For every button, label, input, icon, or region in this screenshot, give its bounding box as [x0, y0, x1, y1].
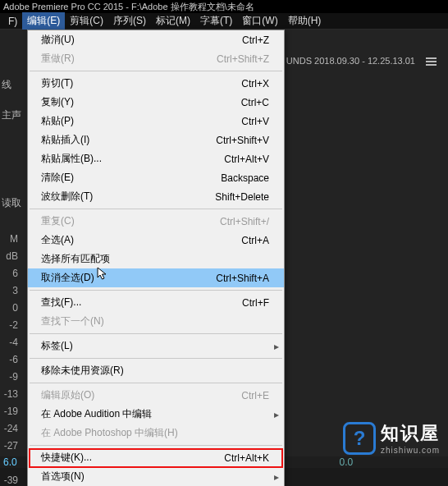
menu-item-redo: 重做(R)Ctrl+Shift+Z	[28, 49, 284, 68]
menu-item-label: 标签(L)	[41, 339, 269, 353]
menu-item-label: 首选项(N)	[41, 470, 269, 484]
logo-subtext: zhishiwu.com	[381, 446, 440, 455]
menu-item-clear[interactable]: 清除(E)Backspace	[28, 168, 284, 187]
logo-text: 知识屋	[381, 421, 440, 446]
menu-item-shortcut: Ctrl+Shift+Z	[195, 53, 269, 65]
menu-item-paste[interactable]: 粘贴(P)Ctrl+V	[28, 112, 284, 131]
menu-item-select-all[interactable]: 全选(A)Ctrl+A	[28, 231, 284, 250]
menu-item-label: 波纹删除(T)	[41, 190, 195, 204]
menu-item-label: 选择所有匹配项	[41, 252, 269, 266]
menu-window[interactable]: 窗口(W)	[237, 12, 282, 30]
menu-item-paste-insert[interactable]: 粘贴插入(I)Ctrl+Shift+V	[28, 131, 284, 149]
menu-item-label: 重做(R)	[41, 52, 195, 66]
menu-item-label: 编辑原始(O)	[41, 388, 195, 402]
menu-item-shortcut: Ctrl+Shift+A	[195, 273, 269, 284]
menu-item-label: 取消全选(D)	[41, 271, 195, 285]
db-scale: MdB6 30-2 -4-6-9 -13-19-24 -27-33-39 --	[3, 234, 18, 486]
menu-item-paste-attributes[interactable]: 粘贴属性(B)...Ctrl+Alt+V	[28, 149, 284, 168]
menu-edit[interactable]: 编辑(E)	[22, 12, 65, 30]
menu-item-label: 快捷键(K)...	[41, 451, 195, 465]
menu-item-shortcut: Ctrl+Alt+K	[195, 452, 269, 464]
logo-mark-icon: ?	[343, 422, 376, 455]
menu-item-edit-in-photoshop: 在 Adobe Photoshop 中编辑(H)	[28, 424, 284, 442]
menu-marker[interactable]: 标记(M)	[151, 12, 195, 30]
menu-clip[interactable]: 剪辑(C)	[65, 12, 108, 30]
panel-menu-icon[interactable]	[426, 57, 437, 66]
menu-item-shortcut: Ctrl+C	[195, 97, 269, 108]
window-title: Adobe Premiere Pro CC 2015 - F:\Adobe 操作…	[0, 0, 448, 13]
panel-title: UNDS 2018.09.30 - 12.25.13.01	[286, 56, 415, 66]
menu-item-shortcut: Ctrl+Alt+V	[195, 154, 269, 165]
left-side-labels: 线 主声 读取	[2, 78, 21, 210]
menu-item-shortcut: Ctrl+V	[195, 116, 269, 127]
label-line: 线	[2, 78, 21, 92]
menu-item-keyboard-shortcuts[interactable]: 快捷键(K)...Ctrl+Alt+K	[28, 448, 284, 467]
menu-item-label: 粘贴插入(I)	[41, 133, 195, 147]
menu-item-label: 在 Adobe Photoshop 中编辑(H)	[41, 426, 269, 440]
menu-item-label[interactable]: 标签(L)▸	[28, 337, 284, 355]
menu-item-select-matching[interactable]: 选择所有匹配项	[28, 250, 284, 268]
menu-item-shortcut: Ctrl+A	[195, 235, 269, 246]
submenu-arrow-icon: ▸	[274, 471, 279, 483]
menu-item-shortcut: Backspace	[195, 172, 269, 184]
menu-item-shortcut: Shift+Delete	[195, 191, 269, 203]
menu-item-label: 复制(Y)	[41, 95, 195, 109]
menu-item-copy[interactable]: 复制(Y)Ctrl+C	[28, 93, 284, 112]
menu-item-label: 剪切(T)	[41, 76, 195, 90]
menu-item-edit-original: 编辑原始(O)Ctrl+E	[28, 386, 284, 405]
menu-item-remove-unused[interactable]: 移除未使用资源(R)	[28, 361, 284, 380]
submenu-arrow-icon: ▸	[274, 409, 279, 420]
menu-file[interactable]: F)	[3, 14, 22, 29]
menu-item-shortcut: Ctrl+Shift+/	[195, 216, 269, 227]
edit-menu-dropdown: 撤消(U)Ctrl+Z重做(R)Ctrl+Shift+Z剪切(T)Ctrl+X复…	[27, 30, 285, 486]
menu-item-duplicate: 重复(C)Ctrl+Shift+/	[28, 212, 284, 231]
menu-item-label: 移除未使用资源(R)	[41, 364, 269, 378]
watermark-logo: ? 知识屋 zhishiwu.com	[343, 421, 440, 455]
menu-item-find-next: 查找下一个(N)	[28, 312, 284, 331]
menu-item-shortcut: Ctrl+Shift+V	[195, 135, 269, 146]
ruler-tick: 0.0	[336, 456, 449, 468]
menu-help[interactable]: 帮助(H)	[283, 12, 327, 30]
menu-item-shortcut: Ctrl+F	[195, 297, 269, 309]
menu-subtitle[interactable]: 字幕(T)	[195, 12, 237, 30]
menu-item-label: 撤消(U)	[41, 33, 195, 47]
label-main: 主声	[2, 108, 21, 122]
menu-item-cut[interactable]: 剪切(T)Ctrl+X	[28, 74, 284, 93]
menu-item-ripple-delete[interactable]: 波纹删除(T)Shift+Delete	[28, 187, 284, 206]
menu-item-shortcut: Ctrl+Z	[195, 34, 269, 46]
menu-bar: F) 编辑(E) 剪辑(C) 序列(S) 标记(M) 字幕(T) 窗口(W) 帮…	[0, 13, 448, 30]
menu-item-edit-in-audition[interactable]: 在 Adobe Audition 中编辑▸	[28, 405, 284, 424]
menu-item-label: 在 Adobe Audition 中编辑	[41, 407, 269, 421]
submenu-arrow-icon: ▸	[274, 341, 279, 352]
menu-item-shortcut: Ctrl+X	[195, 78, 269, 89]
menu-item-label: 粘贴属性(B)...	[41, 152, 195, 166]
menu-item-label: 清除(E)	[41, 171, 195, 185]
menu-item-find[interactable]: 查找(F)...Ctrl+F	[28, 293, 284, 312]
menu-item-label: 重复(C)	[41, 214, 195, 228]
menu-item-undo[interactable]: 撤消(U)Ctrl+Z	[28, 30, 284, 49]
menu-item-label: 查找下一个(N)	[41, 314, 269, 328]
menu-sequence[interactable]: 序列(S)	[108, 12, 151, 30]
menu-item-preferences[interactable]: 首选项(N)▸	[28, 467, 284, 486]
menu-item-label: 全选(A)	[41, 233, 195, 247]
menu-item-shortcut: Ctrl+E	[195, 390, 269, 401]
menu-item-label: 查找(F)...	[41, 296, 195, 309]
menu-item-deselect-all[interactable]: 取消全选(D)Ctrl+Shift+A	[28, 268, 284, 287]
menu-item-label: 粘贴(P)	[41, 114, 195, 128]
label-read: 读取	[2, 196, 21, 210]
